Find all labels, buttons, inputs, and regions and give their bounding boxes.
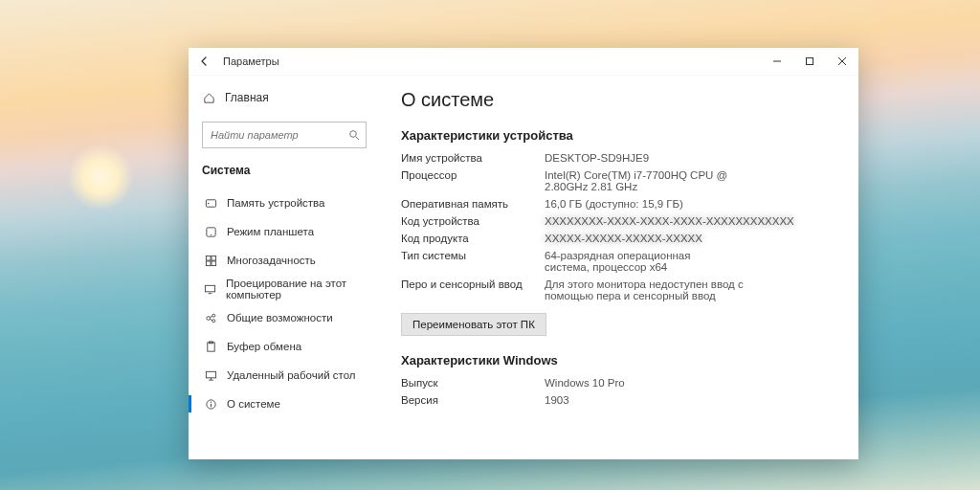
sidebar-item-label: Режим планшета [227,226,314,237]
search-input[interactable] [209,128,348,142]
svg-rect-2 [206,199,215,206]
sidebar-item-label: Многозадачность [227,255,316,266]
shared-icon [204,312,217,324]
wallpaper-sun [67,144,134,211]
sidebar-item-about[interactable]: О системе [202,390,380,418]
svg-rect-9 [211,260,215,265]
storage-icon [204,197,217,210]
search-icon [348,129,360,141]
spec-value-blurred: XXXXX-XXXXX-XXXXX-XXXXX [545,233,839,244]
info-icon [204,398,217,411]
minimize-button[interactable] [761,48,793,75]
svg-point-1 [350,131,357,138]
spec-key: Оперативная память [401,198,535,210]
spec-value: 64-разрядная операционная система, проце… [545,250,736,273]
page-title: О системе [401,89,839,111]
spec-value: DESKTOP-SD9HJE9 [545,152,839,164]
svg-point-12 [212,314,214,317]
sidebar-item-label: Удаленный рабочий стол [227,369,356,381]
search-box[interactable] [202,122,367,148]
sidebar-item-label: Память устройства [227,197,325,209]
sidebar-item-shared-experiences[interactable]: Общие возможности [202,303,380,332]
windows-spec-table: Выпуск Windows 10 Pro Версия 1903 [401,377,839,406]
sidebar-item-multitasking[interactable]: Многозадачность [202,246,380,275]
svg-point-18 [210,401,211,402]
multitask-icon [204,255,217,267]
device-spec-table: Имя устройства DESKTOP-SD9HJE9 Процессор… [401,152,839,301]
spec-value: 1903 [545,394,839,406]
svg-rect-0 [807,58,813,65]
windows-spec-heading: Характеристики Windows [401,353,839,368]
sidebar-item-projecting[interactable]: Проецирование на этот компьютер [202,275,380,303]
back-button[interactable] [198,55,212,68]
sidebar-item-remote-desktop[interactable]: Удаленный рабочий стол [202,361,380,390]
spec-key: Перо и сенсорный ввод [401,278,535,301]
spec-key: Процессор [401,169,535,192]
sidebar-nav: Память устройства Режим планшета Многоза… [202,189,380,418]
home-icon [202,92,215,104]
svg-point-11 [206,316,210,320]
spec-key: Версия [401,394,535,406]
svg-rect-16 [206,371,215,378]
content-pane: О системе Характеристики устройства Имя … [380,76,858,459]
remote-icon [204,369,217,382]
svg-rect-10 [205,285,214,292]
sidebar-item-clipboard[interactable]: Буфер обмена [202,332,380,361]
close-button[interactable] [826,48,858,75]
spec-key: Выпуск [401,377,535,389]
sidebar: Главная Система Память устройства [189,76,380,459]
spec-value-blurred: XXXXXXXX-XXXX-XXXX-XXXX-XXXXXXXXXXXX [545,215,839,227]
sidebar-item-tablet-mode[interactable]: Режим планшета [202,217,380,246]
spec-value: Для этого монитора недоступен ввод с пом… [545,278,755,301]
spec-value: Windows 10 Pro [545,377,839,389]
project-icon [204,283,216,296]
spec-key: Код устройства [401,215,535,227]
svg-point-13 [212,319,214,322]
settings-window: Параметры Главная [189,48,858,459]
sidebar-section: Система [202,164,380,177]
svg-rect-8 [206,260,211,265]
titlebar: Параметры [189,48,858,76]
spec-key: Тип системы [401,250,535,273]
svg-point-3 [207,202,208,203]
device-spec-heading: Характеристики устройства [401,128,839,143]
tablet-icon [204,226,217,238]
desktop-wallpaper: Параметры Главная [0,0,980,490]
spec-value: Intel(R) Core(TM) i7-7700HQ CPU @ 2.80GH… [545,169,755,192]
spec-key: Имя устройства [401,152,535,164]
sidebar-item-storage[interactable]: Память устройства [202,189,380,217]
sidebar-item-label: Общие возможности [227,312,333,323]
window-title: Параметры [223,56,279,67]
maximize-button[interactable] [793,48,826,75]
spec-key: Код продукта [401,233,535,244]
sidebar-home[interactable]: Главная [202,85,380,110]
sidebar-item-label: Буфер обмена [227,341,301,352]
svg-rect-7 [211,256,215,260]
sidebar-item-label: О системе [227,398,280,410]
spec-value: 16,0 ГБ (доступно: 15,9 ГБ) [545,198,839,210]
rename-pc-button[interactable]: Переименовать этот ПК [401,313,546,336]
sidebar-item-label: Проецирование на этот компьютер [226,278,380,301]
sidebar-home-label: Главная [225,91,269,104]
svg-rect-6 [206,256,211,260]
clipboard-icon [204,341,217,353]
svg-point-5 [210,234,211,234]
